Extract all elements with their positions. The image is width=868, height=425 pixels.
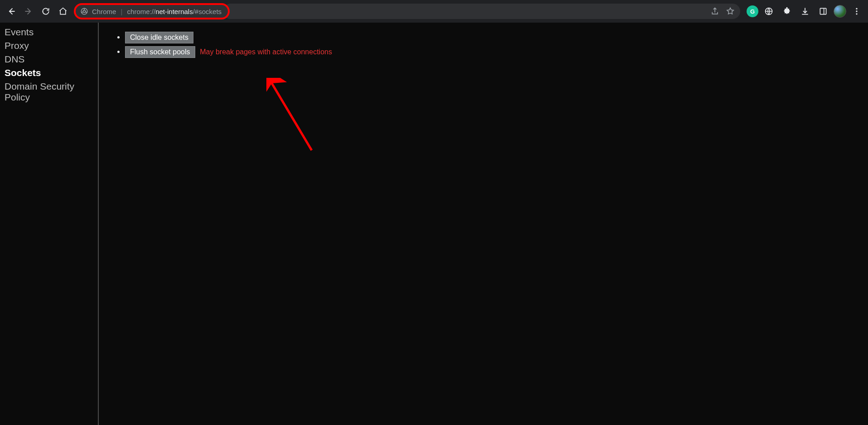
toolbar-right: G <box>742 4 864 19</box>
reload-button[interactable] <box>38 4 53 19</box>
extensions-button[interactable] <box>779 4 795 19</box>
socket-actions-list: Close idle sockets Flush socket pools Ma… <box>108 32 868 58</box>
sidebar-item-sockets[interactable]: Sockets <box>0 66 98 80</box>
omnibox-url-suffix: /#sockets <box>193 8 222 15</box>
side-panel-icon <box>819 7 828 16</box>
bookmark-star-icon[interactable] <box>726 7 735 16</box>
sidebar: Events Proxy DNS Sockets Domain Security… <box>0 23 99 425</box>
svg-line-7 <box>272 83 312 150</box>
close-idle-sockets-button[interactable]: Close idle sockets <box>125 32 193 43</box>
sidebar-item-dns[interactable]: DNS <box>0 53 98 66</box>
svg-point-1 <box>83 10 85 12</box>
puzzle-icon <box>782 7 791 16</box>
extension-grammarly-icon[interactable]: G <box>747 5 758 17</box>
back-button[interactable] <box>4 4 19 19</box>
share-icon[interactable] <box>710 7 719 16</box>
home-icon <box>58 7 68 16</box>
omnibox-text: Chrome | chrome://net-internals/#sockets <box>92 8 222 15</box>
globe-icon <box>764 7 773 16</box>
svg-point-5 <box>856 10 857 12</box>
svg-rect-3 <box>820 8 826 14</box>
omnibox-origin-label: Chrome <box>92 8 116 15</box>
omnibox-highlight[interactable]: Chrome | chrome://net-internals/#sockets <box>74 4 229 19</box>
svg-point-4 <box>856 8 857 10</box>
side-panel-button[interactable] <box>815 4 831 19</box>
sidebar-item-domain-security-policy[interactable]: Domain Security Policy <box>0 80 98 104</box>
omnibox[interactable] <box>223 4 740 19</box>
flush-warning-text: May break pages with active connections <box>200 48 332 56</box>
reload-icon <box>41 7 50 16</box>
download-icon <box>800 7 810 16</box>
flush-socket-pools-button[interactable]: Flush socket pools <box>125 46 195 58</box>
chrome-origin-icon <box>80 7 88 15</box>
sidebar-item-proxy[interactable]: Proxy <box>0 39 98 53</box>
forward-arrow-icon <box>24 7 33 16</box>
downloads-button[interactable] <box>797 4 813 19</box>
forward-button[interactable] <box>21 4 36 19</box>
profile-avatar[interactable] <box>834 5 846 18</box>
back-arrow-icon <box>7 7 16 16</box>
svg-point-6 <box>856 13 857 14</box>
content-area: Close idle sockets Flush socket pools Ma… <box>99 23 868 425</box>
sidebar-item-events[interactable]: Events <box>0 25 98 39</box>
home-button[interactable] <box>55 4 71 19</box>
list-item: Flush socket pools May break pages with … <box>125 46 868 58</box>
chrome-menu-button[interactable] <box>849 4 864 19</box>
extension-globe-icon[interactable] <box>761 4 776 19</box>
annotation-arrow-icon <box>266 78 321 155</box>
omnibox-url-prefix: chrome:// <box>127 8 156 15</box>
kebab-menu-icon <box>852 7 861 16</box>
browser-toolbar: Chrome | chrome://net-internals/#sockets… <box>0 0 868 23</box>
omnibox-url-host: net-internals <box>155 8 193 15</box>
page-body: Events Proxy DNS Sockets Domain Security… <box>0 23 868 425</box>
list-item: Close idle sockets <box>125 32 868 43</box>
